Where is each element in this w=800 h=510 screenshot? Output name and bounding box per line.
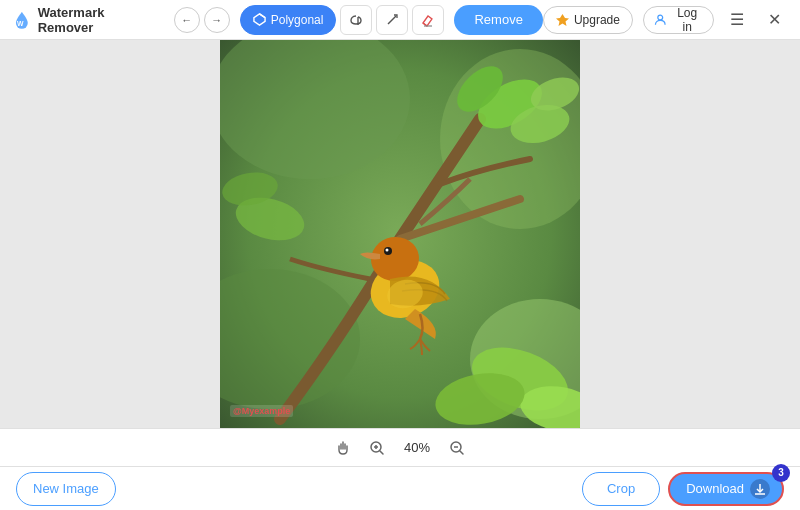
- zoom-level: 40%: [399, 440, 435, 455]
- zoom-hand-button[interactable]: [331, 436, 355, 460]
- canvas-area: @Myexample: [0, 40, 800, 428]
- forward-button[interactable]: →: [204, 7, 230, 33]
- svg-line-4: [388, 16, 396, 24]
- download-button[interactable]: Download: [668, 472, 784, 506]
- image-container: @Myexample: [220, 40, 580, 428]
- svg-point-26: [386, 249, 389, 252]
- erase-tool-button[interactable]: [412, 5, 444, 35]
- login-button[interactable]: Log in: [643, 6, 714, 34]
- new-image-button[interactable]: New Image: [16, 472, 116, 506]
- svg-marker-1: [254, 14, 265, 25]
- user-icon: [654, 13, 667, 26]
- download-wrapper: 3 Download: [668, 472, 784, 506]
- lasso-tool-button[interactable]: [340, 5, 372, 35]
- upgrade-button[interactable]: Upgrade: [543, 6, 633, 34]
- polygonal-icon: [253, 13, 266, 26]
- action-bar: New Image Crop 3 Download: [0, 466, 800, 510]
- svg-line-31: [380, 451, 383, 454]
- canvas-image: @Myexample: [220, 40, 580, 428]
- svg-line-2: [259, 14, 265, 18]
- remove-button[interactable]: Remove: [454, 5, 542, 35]
- nav-arrows: ← →: [174, 7, 230, 33]
- pen-tool-button[interactable]: [376, 5, 408, 35]
- download-icon: [750, 479, 770, 499]
- lasso-icon: [349, 13, 363, 27]
- zoom-in-button[interactable]: [365, 436, 389, 460]
- erase-icon: [421, 13, 435, 27]
- crop-button[interactable]: Crop: [582, 472, 660, 506]
- zoom-bar: 40%: [0, 428, 800, 466]
- watermark-text: @Myexample: [230, 405, 293, 417]
- svg-line-34: [460, 451, 463, 454]
- download-badge: 3: [772, 464, 790, 482]
- zoom-out-button[interactable]: [445, 436, 469, 460]
- download-arrow-icon: [754, 483, 766, 495]
- bird-scene-svg: [220, 40, 580, 428]
- zoom-in-icon: [369, 440, 385, 456]
- app-title: Watermark Remover: [38, 5, 162, 35]
- header-right: Upgrade Log in ☰ ✕: [543, 6, 788, 34]
- svg-marker-7: [556, 14, 569, 26]
- svg-text:W: W: [17, 19, 24, 26]
- app-logo: W Watermark Remover: [12, 5, 162, 35]
- close-button[interactable]: ✕: [761, 6, 788, 34]
- hand-icon: [335, 440, 351, 456]
- svg-point-8: [658, 15, 663, 20]
- back-button[interactable]: ←: [174, 7, 200, 33]
- upgrade-icon: [556, 13, 569, 26]
- menu-button[interactable]: ☰: [724, 6, 751, 34]
- zoom-out-icon: [449, 440, 465, 456]
- pen-icon: [385, 13, 399, 27]
- app-header: W Watermark Remover ← → Polygonal: [0, 0, 800, 40]
- app-logo-icon: W: [12, 10, 32, 30]
- tool-group: Polygonal: [240, 5, 445, 35]
- polygonal-tool-button[interactable]: Polygonal: [240, 5, 337, 35]
